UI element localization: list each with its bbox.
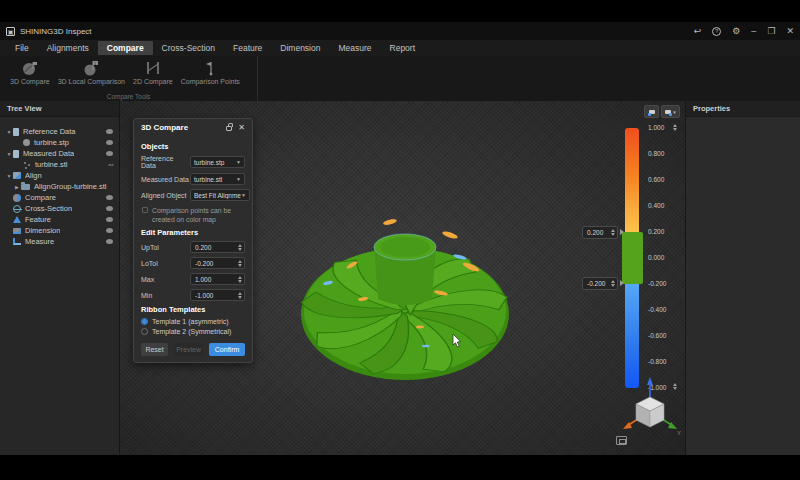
reference-data-dropdown[interactable]: turbine.stp ▼ xyxy=(190,156,245,168)
menu-cross-section[interactable]: Cross-Section xyxy=(153,41,224,55)
tree-item-turbine-stl[interactable]: turbine.stl ∾ xyxy=(0,159,119,170)
tree-item-turbine-stp[interactable]: turbine.stp xyxy=(0,137,119,148)
colorbar-tolerance-band[interactable] xyxy=(622,232,643,284)
tree-item-cross-section[interactable]: Cross-Section xyxy=(0,203,119,214)
spinner-icon[interactable] xyxy=(236,244,244,251)
menu-dimension[interactable]: Dimension xyxy=(271,41,329,55)
link-icon[interactable]: ∾ xyxy=(108,161,114,169)
axis-triad[interactable]: Y xyxy=(617,375,683,441)
radio-selected-icon[interactable] xyxy=(141,318,148,325)
tree-item-dimension[interactable]: Dimension xyxy=(0,225,119,236)
visibility-eye-icon[interactable] xyxy=(106,206,113,211)
properties-panel: Properties xyxy=(685,101,800,455)
radio-icon[interactable] xyxy=(141,328,148,335)
spinner-icon[interactable] xyxy=(236,276,244,283)
spinner-icon[interactable] xyxy=(236,260,244,267)
visibility-eye-icon[interactable] xyxy=(106,151,113,156)
settings-gear-icon[interactable]: ⚙ xyxy=(732,27,740,36)
colorbar-tick: -0.200 xyxy=(648,280,678,287)
template-2-option[interactable]: Template 2 (Symmetrical) xyxy=(141,328,245,335)
visibility-eye-icon[interactable] xyxy=(106,195,113,200)
uptol-input[interactable]: 0.200 xyxy=(190,241,245,253)
tool-3d-compare[interactable]: 3D Compare xyxy=(6,59,54,86)
comparison-points-checkbox[interactable] xyxy=(142,207,148,213)
min-input[interactable]: -1.000 xyxy=(190,289,245,301)
visibility-eye-icon[interactable] xyxy=(106,228,113,233)
app-title: SHINING3D Inspect xyxy=(20,27,92,36)
preview-button[interactable]: Preview xyxy=(174,343,203,356)
tool-3d-local-comparison[interactable]: 1 3D Local Comparison xyxy=(54,59,129,86)
measured-data-icon xyxy=(13,150,19,158)
max-input[interactable]: 1.000 xyxy=(190,273,245,285)
reset-button[interactable]: Reset xyxy=(141,343,168,356)
expand-arrow-icon[interactable]: ▼ xyxy=(5,129,13,135)
feedback-icon[interactable]: ↩ xyxy=(694,27,702,36)
menu-feature[interactable]: Feature xyxy=(224,41,271,55)
colorbar-tick: 0.400 xyxy=(648,202,678,209)
expand-arrow-icon[interactable]: ▼ xyxy=(5,173,13,179)
view-projection-icon[interactable] xyxy=(616,436,627,445)
dialog-close-icon[interactable]: ✕ xyxy=(238,123,245,132)
lower-tolerance-input[interactable]: -0.200 xyxy=(582,277,618,290)
tree-item-aligngroup[interactable]: ▶ AlignGroup-turbine.stl xyxy=(0,181,119,192)
menu-compare[interactable]: Compare xyxy=(98,41,153,55)
tree-item-compare[interactable]: Compare xyxy=(0,192,119,203)
colorbar-options-button[interactable]: ▾ xyxy=(661,105,680,118)
expand-arrow-icon[interactable]: ▼ xyxy=(5,151,13,157)
spinner-icon[interactable] xyxy=(236,292,244,299)
3d-viewport[interactable]: 3D Compare ✕ Objects Reference Data turb… xyxy=(120,101,685,455)
tree-item-feature[interactable]: Feature xyxy=(0,214,119,225)
visibility-eye-icon[interactable] xyxy=(106,217,113,222)
aligned-object-dropdown[interactable]: Best Fit Alignme ▼ xyxy=(190,189,250,201)
tree-item-align[interactable]: ▼ Align xyxy=(0,170,119,181)
measured-data-dropdown[interactable]: turbine.stl ▼ xyxy=(190,173,245,185)
tree-item-reference-data[interactable]: ▼ Reference Data xyxy=(0,126,119,137)
tree-item-measure[interactable]: Measure xyxy=(0,236,119,247)
dialog-header[interactable]: 3D Compare ✕ xyxy=(134,119,252,135)
turbine-model[interactable] xyxy=(298,205,512,389)
max-range-spinner[interactable] xyxy=(671,124,679,131)
titlebar: ▣ SHINING3D Inspect ↩ ? ⚙ – ❐ ✕ xyxy=(0,22,800,40)
lower-tolerance-pointer xyxy=(620,280,624,286)
objects-section-header: Objects xyxy=(141,142,245,151)
tool-comparison-points[interactable]: Comparison Points xyxy=(177,59,244,86)
close-button[interactable]: ✕ xyxy=(786,27,794,36)
spinner-icon[interactable] xyxy=(609,280,617,287)
visibility-eye-icon[interactable] xyxy=(106,129,113,134)
colorbar-style-icon xyxy=(665,110,671,114)
confirm-button[interactable]: Confirm xyxy=(209,343,245,356)
chevron-down-icon: ▾ xyxy=(673,109,676,115)
lotol-input[interactable]: -0.200 xyxy=(190,257,245,269)
3d-compare-icon xyxy=(21,60,39,76)
colorbar-display-button[interactable] xyxy=(644,105,659,118)
tool-2d-compare[interactable]: 2D Compare xyxy=(129,59,177,86)
colorbar-tick: -0.800 xyxy=(648,358,678,365)
minimize-button[interactable]: – xyxy=(751,27,756,36)
chevron-down-icon: ▼ xyxy=(236,176,241,182)
help-icon[interactable]: ? xyxy=(712,27,721,36)
menu-measure[interactable]: Measure xyxy=(329,41,380,55)
menu-alignments[interactable]: Alignments xyxy=(38,41,98,55)
ribbon-toolbar: 3D Compare 1 3D Local Comparison xyxy=(0,56,800,101)
upper-tolerance-input[interactable]: 0.200 xyxy=(582,226,618,239)
menu-report[interactable]: Report xyxy=(381,41,425,55)
colorbar-tick: 0.600 xyxy=(648,176,678,183)
spinner-icon[interactable] xyxy=(609,229,617,236)
maximize-button[interactable]: ❐ xyxy=(767,27,775,36)
colorbar-negative-gradient xyxy=(625,284,639,388)
deviation-colorbar[interactable] xyxy=(625,128,639,388)
y-axis-label: Y xyxy=(677,430,681,436)
colorbar-tick: -0.400 xyxy=(648,306,678,313)
template-1-option[interactable]: Template 1 (asymmetric) xyxy=(141,318,245,325)
pin-lock-icon[interactable] xyxy=(226,126,232,131)
menubar: File Alignments Compare Cross-Section Fe… xyxy=(0,40,800,56)
dimension-icon xyxy=(13,228,21,234)
upper-tolerance-pointer xyxy=(620,229,624,235)
3d-compare-dialog: 3D Compare ✕ Objects Reference Data turb… xyxy=(133,118,253,363)
tree-item-measured-data[interactable]: ▼ Measured Data xyxy=(0,148,119,159)
visibility-eye-icon[interactable] xyxy=(106,140,113,145)
visibility-eye-icon[interactable] xyxy=(106,239,113,244)
menu-file[interactable]: File xyxy=(6,41,38,55)
collapsed-arrow-icon[interactable]: ▶ xyxy=(13,184,21,190)
cross-section-icon xyxy=(13,205,21,213)
